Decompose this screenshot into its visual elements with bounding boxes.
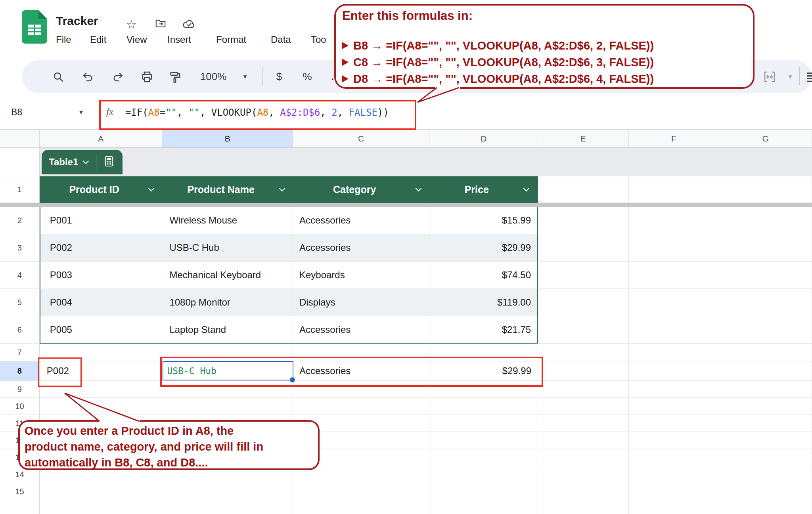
cell[interactable] xyxy=(719,483,812,500)
table-name[interactable]: Table1 xyxy=(49,157,78,168)
cell[interactable] xyxy=(538,262,629,289)
cell[interactable] xyxy=(629,207,720,234)
cell-a6[interactable]: P005 xyxy=(40,316,163,344)
cell[interactable] xyxy=(719,415,812,432)
cell-a2[interactable]: P001 xyxy=(40,207,163,234)
cell-c3[interactable]: Accessories xyxy=(293,234,430,262)
cell-d2[interactable]: $15.99 xyxy=(429,207,538,234)
cell[interactable] xyxy=(538,432,629,449)
cell[interactable] xyxy=(429,500,538,514)
cell-c4[interactable]: Keyboards xyxy=(293,262,430,289)
cell[interactable] xyxy=(538,207,629,234)
row-header[interactable] xyxy=(0,500,40,514)
cell[interactable] xyxy=(538,176,629,203)
cell[interactable] xyxy=(629,398,720,415)
col-header-F[interactable]: F xyxy=(629,130,720,148)
cell[interactable] xyxy=(719,234,812,262)
cell-c5[interactable]: Displays xyxy=(293,289,430,316)
header-category[interactable]: Category xyxy=(293,176,430,203)
zoom-caret-icon[interactable]: ▾ xyxy=(239,60,251,93)
menu-tools[interactable]: Too xyxy=(311,34,326,45)
cell[interactable] xyxy=(719,361,812,381)
row-header-2[interactable]: 2 xyxy=(0,207,40,234)
move-to-folder-icon[interactable] xyxy=(154,17,167,31)
cell[interactable] xyxy=(429,398,538,415)
cell[interactable] xyxy=(629,234,720,262)
cell-d3[interactable]: $29.99 xyxy=(429,234,538,262)
chevron-down-icon[interactable] xyxy=(523,185,530,192)
paint-format-icon[interactable] xyxy=(167,60,184,93)
cell[interactable] xyxy=(162,500,293,514)
header-product-id[interactable]: Product ID xyxy=(40,176,163,203)
cell[interactable] xyxy=(40,398,163,415)
chevron-down-icon[interactable] xyxy=(83,158,89,164)
row-header-6[interactable]: 6 xyxy=(0,316,40,344)
col-header-D[interactable]: D xyxy=(429,130,538,148)
cell[interactable] xyxy=(538,415,629,432)
horizontal-align-icon[interactable] xyxy=(804,60,812,93)
frozen-row-divider[interactable] xyxy=(0,203,812,207)
cell[interactable] xyxy=(629,483,720,500)
menu-view[interactable]: View xyxy=(126,34,147,45)
cell[interactable] xyxy=(162,344,293,361)
row-header-1[interactable]: 1 xyxy=(0,176,40,203)
formula-input[interactable]: =IF(A8="", "", VLOOKUP(A8, A$2:D$6, 2, F… xyxy=(125,107,389,118)
menu-format[interactable]: Format xyxy=(216,34,246,45)
cell[interactable] xyxy=(538,381,629,398)
menu-file[interactable]: File xyxy=(56,34,71,45)
cell[interactable] xyxy=(629,432,720,449)
zoom-select[interactable]: 100% xyxy=(196,60,230,93)
redo-icon[interactable] xyxy=(110,60,126,93)
cell-b8[interactable]: USB-C Hub xyxy=(162,361,293,381)
header-price[interactable]: Price xyxy=(429,176,538,203)
search-icon[interactable] xyxy=(50,60,66,93)
col-header-G[interactable]: G xyxy=(719,130,812,148)
row-header-8[interactable]: 8 xyxy=(0,361,40,381)
undo-icon[interactable] xyxy=(80,60,96,93)
cell[interactable] xyxy=(719,466,812,483)
chevron-down-icon[interactable] xyxy=(148,185,155,192)
merge-caret-icon[interactable]: ▾ xyxy=(784,60,796,93)
row-header-3[interactable]: 3 xyxy=(0,234,40,262)
cell[interactable] xyxy=(629,289,720,316)
cell[interactable] xyxy=(538,449,629,466)
cell-a3[interactable]: P002 xyxy=(40,234,163,262)
cell[interactable] xyxy=(538,483,629,500)
row-header-10[interactable]: 10 xyxy=(0,398,40,415)
cell[interactable] xyxy=(429,466,538,483)
cell-c2[interactable]: Accessories xyxy=(293,207,430,234)
cell[interactable] xyxy=(538,344,629,361)
cell[interactable] xyxy=(629,361,720,381)
star-icon[interactable]: ☆ xyxy=(126,17,137,31)
cell[interactable] xyxy=(538,398,629,415)
cell-b6[interactable]: Laptop Stand xyxy=(162,316,293,344)
cell[interactable] xyxy=(538,316,629,344)
print-icon[interactable] xyxy=(139,60,155,93)
cell[interactable] xyxy=(629,449,720,466)
percent-format-button[interactable]: % xyxy=(299,60,315,93)
cell-c6[interactable]: Accessories xyxy=(293,316,430,344)
cell[interactable] xyxy=(538,234,629,262)
cell[interactable] xyxy=(719,398,812,415)
cell[interactable] xyxy=(538,466,629,483)
name-box[interactable]: B8 xyxy=(11,107,22,118)
cell[interactable] xyxy=(719,381,812,398)
cell[interactable] xyxy=(162,381,293,398)
cell[interactable] xyxy=(429,381,538,398)
currency-format-button[interactable]: $ xyxy=(272,60,287,93)
cell[interactable] xyxy=(719,262,812,289)
cell[interactable] xyxy=(429,415,538,432)
cell-a5[interactable]: P004 xyxy=(40,289,163,316)
cell[interactable] xyxy=(162,483,293,500)
cell[interactable] xyxy=(719,289,812,316)
cell[interactable] xyxy=(719,176,812,203)
row-header[interactable] xyxy=(0,148,40,176)
cell[interactable] xyxy=(719,207,812,234)
document-title[interactable]: Tracker xyxy=(56,14,98,28)
chevron-down-icon[interactable] xyxy=(279,185,285,192)
menu-data[interactable]: Data xyxy=(271,34,291,45)
row-header-9[interactable]: 9 xyxy=(0,381,40,398)
menu-edit[interactable]: Edit xyxy=(90,34,106,45)
cell[interactable] xyxy=(40,344,163,361)
table-options-icon[interactable] xyxy=(103,155,115,169)
